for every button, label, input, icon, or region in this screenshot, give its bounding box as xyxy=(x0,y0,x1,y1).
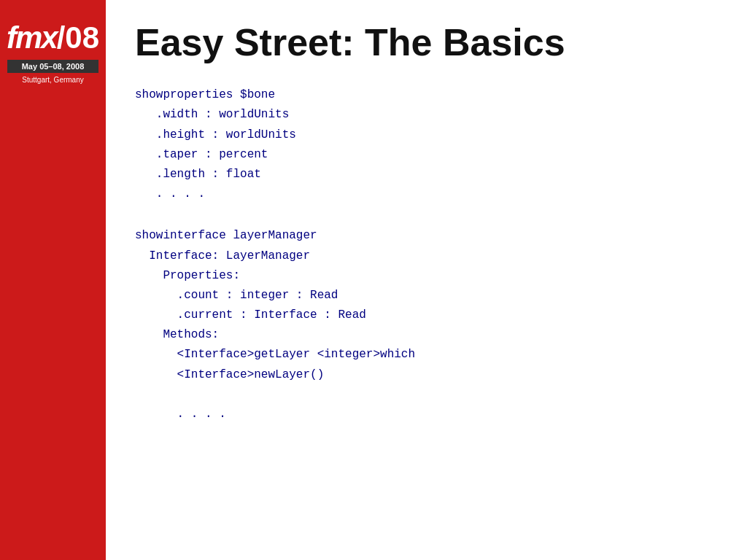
code-line: <Interface>getLayer <integer>which xyxy=(135,345,718,365)
code-line: .height : worldUnits xyxy=(135,125,718,145)
code-line: <Interface>newLayer() xyxy=(135,365,718,385)
code-line: .current : Interface : Read xyxy=(135,306,718,325)
code-block: showproperties $bone .width : worldUnits… xyxy=(135,85,718,424)
code-line: . . . . xyxy=(135,184,718,204)
code-section-2: showinterface layerManager Interface: La… xyxy=(135,226,718,424)
main-content: Easy Street: The Basics showproperties $… xyxy=(106,0,747,560)
code-line: showproperties $bone xyxy=(135,85,718,105)
logo-year-text: 08 xyxy=(65,20,99,55)
event-location: Stuttgart, Germany xyxy=(22,76,83,84)
code-line: .width : worldUnits xyxy=(135,105,718,125)
logo-divider: / xyxy=(57,20,66,55)
logo-fmx-text: fmx xyxy=(7,20,57,55)
page-title: Easy Street: The Basics xyxy=(135,22,718,63)
code-line: .taper : percent xyxy=(135,145,718,165)
code-line: Properties: xyxy=(135,266,718,286)
code-line: Interface: LayerManager xyxy=(135,246,718,266)
code-section-1: showproperties $bone .width : worldUnits… xyxy=(135,85,718,204)
logo-area: fmx / 08 May 05–08, 2008 Stuttgart, Germ… xyxy=(0,7,106,90)
code-line xyxy=(135,385,718,405)
code-line: showinterface layerManager xyxy=(135,226,718,246)
code-line: . . . . xyxy=(135,405,718,424)
code-line: Methods: xyxy=(135,325,718,345)
event-date: May 05–08, 2008 xyxy=(7,60,98,73)
code-line: .length : float xyxy=(135,165,718,184)
logo-box: fmx / 08 xyxy=(7,15,98,55)
code-line-count: .count : integer : Read xyxy=(135,286,718,306)
sidebar: fmx / 08 May 05–08, 2008 Stuttgart, Germ… xyxy=(0,0,106,560)
